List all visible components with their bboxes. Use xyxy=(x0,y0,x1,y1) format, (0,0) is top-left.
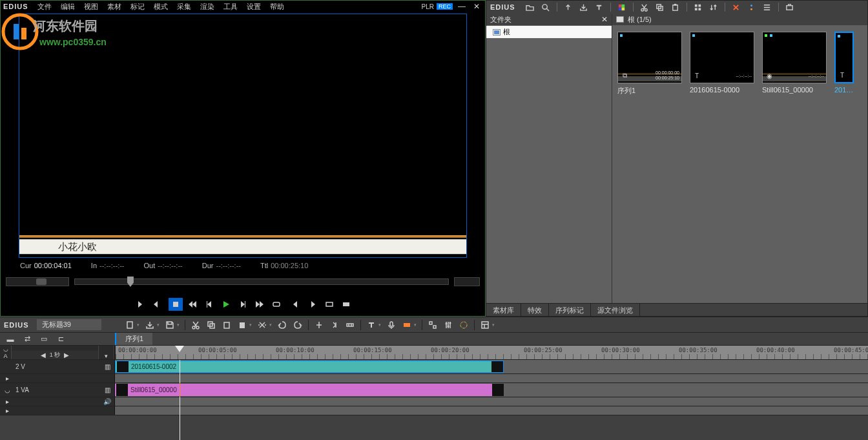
toggle-video-icon[interactable]: ◡ xyxy=(0,346,11,353)
open-icon[interactable] xyxy=(145,320,155,330)
next-frame-button[interactable] xyxy=(236,298,250,311)
zoom-in-icon[interactable]: ▶ xyxy=(64,351,69,359)
track-header-v2[interactable]: 2 V▥ xyxy=(0,360,115,373)
trim-icon[interactable] xyxy=(329,320,340,330)
mode-snap-icon[interactable]: ⊏ xyxy=(54,334,67,344)
tab-browser[interactable]: 源文件浏览 xyxy=(591,304,640,316)
rewind-button[interactable] xyxy=(185,298,200,311)
render-icon[interactable] xyxy=(402,320,412,330)
shuttle-control[interactable] xyxy=(6,277,69,286)
menu-help[interactable]: 帮助 xyxy=(266,2,288,12)
menu-clip[interactable]: 素材 xyxy=(103,2,125,12)
stop-button[interactable] xyxy=(169,298,183,311)
thumb-sequence[interactable]: ⧉00:00:00:0000:00:25:10 序列1 xyxy=(617,32,682,96)
list-icon[interactable] xyxy=(763,3,772,12)
search-icon[interactable] xyxy=(541,3,550,12)
clip-v2[interactable]: 20160615-0002 xyxy=(115,361,504,373)
menu-view[interactable]: 视图 xyxy=(80,2,102,12)
paste-overwrite-icon[interactable] xyxy=(237,320,247,330)
tc-out[interactable]: --:--:--:-- xyxy=(158,262,182,272)
expand-icon[interactable]: ▸ xyxy=(3,375,12,382)
menu-render[interactable]: 渲染 xyxy=(196,2,218,12)
insert-button[interactable] xyxy=(322,298,336,311)
mixer-icon[interactable] xyxy=(443,320,453,330)
new-icon[interactable] xyxy=(125,320,135,330)
title-tool-icon[interactable] xyxy=(366,320,377,330)
undo-icon[interactable] xyxy=(277,320,287,330)
scale-dropdown-icon[interactable]: ▾ xyxy=(99,353,114,360)
menu-edit[interactable]: 编辑 xyxy=(57,2,79,12)
paste-icon[interactable] xyxy=(671,3,680,12)
speaker-icon[interactable]: 🔊 xyxy=(103,398,112,405)
prev-frame-button[interactable] xyxy=(202,298,216,311)
voiceover-icon[interactable] xyxy=(386,320,397,330)
loop-button[interactable] xyxy=(269,298,284,311)
timeline-ruler[interactable]: 00:00:00:00 00:00:05:00 00:00:10:00 00:0… xyxy=(115,346,868,359)
sequence-tab[interactable]: 序列1 xyxy=(115,333,152,345)
add-cut-icon[interactable] xyxy=(314,320,324,330)
set-out-button[interactable] xyxy=(149,298,163,311)
thumb-title-selected[interactable]: T 20160615-0002 xyxy=(834,32,854,94)
expand-icon[interactable]: ▸ xyxy=(3,407,12,414)
menu-capture[interactable]: 采集 xyxy=(173,2,195,12)
track-header-va1[interactable]: ◡1 VA▥ xyxy=(0,383,115,397)
zoom-out-icon[interactable]: ◀ xyxy=(41,351,46,359)
next-edit-button[interactable] xyxy=(305,298,320,311)
lock-icon[interactable]: ▥ xyxy=(103,363,112,370)
tc-dur[interactable]: --:--:--:-- xyxy=(216,262,240,272)
set-in-button[interactable] xyxy=(132,298,147,311)
minimize-button[interactable]: — xyxy=(455,2,468,11)
play-button[interactable] xyxy=(219,298,233,311)
ripple-delete-icon[interactable] xyxy=(257,320,267,330)
jog-control[interactable] xyxy=(454,277,480,286)
prev-edit-button[interactable] xyxy=(289,298,303,311)
vectorscope-icon[interactable] xyxy=(459,320,469,330)
thumb-title[interactable]: T--:--:--:-- 20160615-0000 xyxy=(690,32,754,94)
menu-mode[interactable]: 模式 xyxy=(150,2,172,12)
expand-icon[interactable]: ▸ xyxy=(3,398,12,405)
up-icon[interactable] xyxy=(564,3,573,12)
copy-icon[interactable] xyxy=(206,320,216,330)
color-icon[interactable] xyxy=(617,3,626,12)
tc-cur[interactable]: 00:00:04:01 xyxy=(34,262,72,272)
tab-effects[interactable]: 特效 xyxy=(521,304,549,316)
delete-icon[interactable] xyxy=(732,3,741,12)
fast-forward-button[interactable] xyxy=(253,298,267,311)
import-icon[interactable] xyxy=(579,3,588,12)
tool-icon[interactable] xyxy=(785,3,794,12)
tree-root-item[interactable]: 根 xyxy=(486,26,612,38)
layout-icon[interactable] xyxy=(480,320,490,330)
menu-file[interactable]: 文件 xyxy=(34,2,56,12)
video-preview[interactable]: 小花小欧 xyxy=(19,14,467,258)
mode-trim-icon[interactable]: ⇄ xyxy=(21,334,34,344)
overwrite-button[interactable] xyxy=(339,298,353,311)
eye-icon[interactable]: ◡ xyxy=(3,386,12,393)
toggle-audio-icon[interactable]: A xyxy=(0,353,11,360)
properties-icon[interactable] xyxy=(747,3,756,12)
close-button[interactable]: ✕ xyxy=(471,2,482,11)
redo-icon[interactable] xyxy=(293,320,303,330)
project-name[interactable]: 无标题39 xyxy=(37,319,101,330)
lock-icon[interactable]: ▥ xyxy=(103,386,112,393)
copy-icon[interactable] xyxy=(656,3,665,12)
thumb-still[interactable]: ◉--:--:--:-- Still0615_00000 xyxy=(762,32,827,94)
cut-icon[interactable] xyxy=(640,3,649,12)
tc-in[interactable]: --:--:--:-- xyxy=(99,262,124,272)
cut-icon[interactable] xyxy=(191,320,201,330)
menu-settings[interactable]: 设置 xyxy=(243,2,265,12)
clip-va1[interactable]: Still0615_00000 xyxy=(115,384,504,396)
scale-label[interactable]: 1 秒 xyxy=(50,351,61,359)
folder-icon[interactable] xyxy=(526,3,535,12)
tab-markers[interactable]: 序列标记 xyxy=(549,304,591,316)
scrub-bar[interactable] xyxy=(74,278,449,285)
menu-marker[interactable]: 标记 xyxy=(127,2,149,12)
playhead[interactable] xyxy=(175,346,184,359)
default-transition-icon[interactable] xyxy=(428,320,438,330)
mode-multicam-icon[interactable]: ▭ xyxy=(37,334,50,344)
delete-gap-icon[interactable] xyxy=(345,320,355,330)
menu-tools[interactable]: 工具 xyxy=(220,2,242,12)
save-icon[interactable] xyxy=(165,320,175,330)
sort-icon[interactable] xyxy=(709,3,718,12)
tc-ttl[interactable]: 00:00:25:10 xyxy=(271,262,308,272)
paste-insert-icon[interactable] xyxy=(222,320,232,330)
